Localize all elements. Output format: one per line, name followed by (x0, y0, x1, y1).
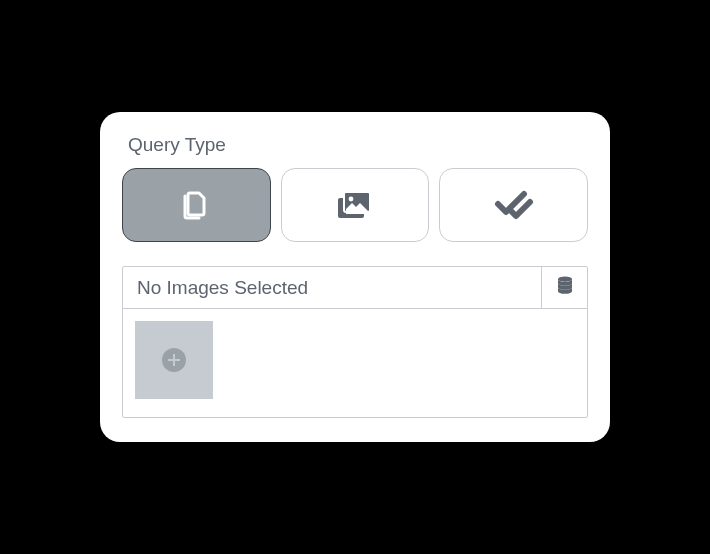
database-icon (556, 276, 574, 300)
images-header: No Images Selected (123, 267, 587, 309)
images-panel: No Images Selected (122, 266, 588, 418)
images-body (123, 309, 587, 417)
images-source-button[interactable] (541, 267, 587, 308)
add-image-tile[interactable] (135, 321, 213, 399)
images-header-title: No Images Selected (123, 267, 541, 308)
section-title: Query Type (128, 134, 588, 156)
documents-icon (176, 185, 216, 225)
svg-point-2 (349, 197, 354, 202)
plus-icon (162, 348, 186, 372)
option-by-check[interactable] (439, 168, 588, 242)
query-type-card: Query Type (100, 112, 610, 442)
double-check-icon (494, 188, 534, 222)
query-type-options (122, 168, 588, 242)
option-by-document[interactable] (122, 168, 271, 242)
svg-point-3 (558, 276, 572, 281)
images-icon (333, 187, 377, 223)
option-by-image[interactable] (281, 168, 430, 242)
